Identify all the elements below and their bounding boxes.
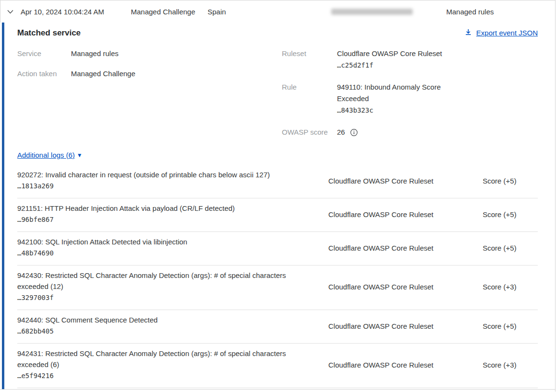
log-score: Score (+3) (483, 283, 538, 291)
log-ruleset: Cloudflare OWASP Core Ruleset (328, 210, 483, 219)
event-summary-row[interactable]: Apr 10, 2024 10:04:24 AM Managed Challen… (0, 0, 555, 23)
log-rule-hash: …1813a269 (17, 180, 301, 192)
ruleset-value: Cloudflare OWASP Core Ruleset (337, 49, 442, 58)
event-country: Spain (208, 8, 331, 16)
info-icon[interactable] (350, 128, 358, 137)
event-action: Managed Challenge (131, 8, 208, 16)
log-row: 942430: Restricted SQL Character Anomaly… (17, 265, 538, 310)
log-description: 942100: SQL Injection Attack Detected vi… (17, 236, 301, 247)
service-value: Managed rules (71, 48, 118, 59)
log-description: 921151: HTTP Header Injection Attack via… (17, 203, 301, 214)
download-icon (464, 28, 472, 37)
owasp-score-label: OWASP score (282, 127, 337, 138)
rule-value: 949110: Inbound Anomaly Score Exceeded (337, 83, 441, 103)
collapse-triangle-icon[interactable]: ▼ (77, 152, 82, 158)
log-ruleset: Cloudflare OWASP Core Ruleset (328, 283, 483, 291)
log-row: 942440: SQL Comment Sequence Detected …6… (17, 310, 538, 344)
additional-logs-list: 920272: Invalid character in request (ou… (17, 165, 538, 388)
log-score: Score (+5) (483, 244, 538, 252)
matched-service-title: Matched service (17, 28, 81, 38)
chevron-down-icon[interactable] (7, 8, 21, 15)
log-rule-hash: …682bb405 (17, 325, 301, 337)
log-description: 920272: Invalid character in request (ou… (17, 169, 301, 180)
service-label: Service (17, 48, 71, 59)
log-rule-hash: …3297003f (17, 292, 301, 304)
action-taken-value: Managed Challenge (71, 68, 135, 80)
matched-service-fields: Service Managed rules Action taken Manag… (17, 48, 538, 148)
log-ruleset: Cloudflare OWASP Core Ruleset (328, 361, 483, 369)
log-description: 942431: Restricted SQL Character Anomaly… (17, 348, 301, 370)
additional-logs-label: Additional logs (6) (17, 151, 75, 159)
rule-field: Rule 949110: Inbound Anomaly Score Excee… (282, 81, 538, 116)
log-score: Score (+5) (483, 177, 538, 185)
ruleset-hash: …c25d2f1f (337, 61, 373, 69)
ruleset-field: Ruleset Cloudflare OWASP Core Ruleset …c… (282, 48, 538, 71)
log-ruleset: Cloudflare OWASP Core Ruleset (328, 177, 483, 185)
log-rule-hash: …e5f94216 (17, 370, 301, 382)
log-ruleset: Cloudflare OWASP Core Ruleset (328, 244, 483, 252)
log-rule-hash: …48b74690 (17, 247, 301, 259)
event-detail-panel: Matched service Export event JSON Servic… (0, 23, 555, 390)
owasp-score-field: OWASP score 26 (282, 127, 538, 138)
action-taken-field: Action taken Managed Challenge (17, 68, 282, 80)
event-service: Managed rules (446, 8, 494, 16)
log-ruleset: Cloudflare OWASP Core Ruleset (328, 322, 483, 330)
log-description: 942430: Restricted SQL Character Anomaly… (17, 270, 301, 292)
export-event-json-link[interactable]: Export event JSON (464, 28, 538, 37)
log-row: 942100: SQL Injection Attack Detected vi… (17, 232, 538, 265)
log-score: Score (+5) (483, 322, 538, 330)
log-row: 942431: Restricted SQL Character Anomaly… (17, 344, 538, 388)
ruleset-label: Ruleset (282, 48, 337, 59)
security-event-panel: Apr 10, 2024 10:04:24 AM Managed Challen… (0, 0, 556, 392)
rule-hash: …843b323c (337, 106, 373, 114)
owasp-score-value: 26 (337, 127, 345, 138)
redacted-host-blob (331, 9, 413, 15)
log-row: 921151: HTTP Header Injection Attack via… (17, 198, 538, 232)
service-field: Service Managed rules (17, 48, 282, 59)
log-score: Score (+5) (483, 210, 538, 219)
log-score: Score (+3) (483, 361, 538, 369)
action-taken-label: Action taken (17, 68, 71, 80)
additional-logs-toggle[interactable]: Additional logs (6) ▼ (17, 151, 82, 159)
rule-label: Rule (282, 81, 337, 93)
log-rule-hash: …96bfe867 (17, 214, 301, 226)
event-timestamp: Apr 10, 2024 10:04:24 AM (21, 8, 131, 16)
export-event-json-label: Export event JSON (476, 29, 538, 37)
log-row: 920272: Invalid character in request (ou… (17, 165, 538, 198)
log-description: 942440: SQL Comment Sequence Detected (17, 314, 301, 325)
